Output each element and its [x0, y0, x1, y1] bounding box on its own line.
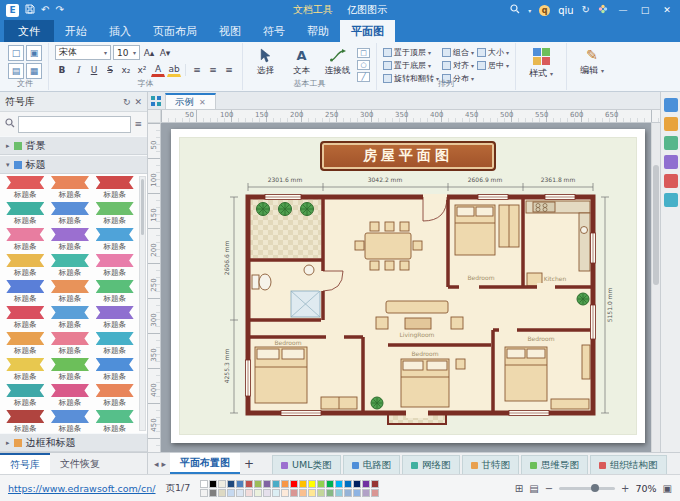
color-swatch[interactable] — [254, 489, 262, 497]
symbol-item[interactable]: 标题条 — [4, 176, 47, 202]
user-name-label[interactable]: qiu — [558, 5, 573, 16]
align-center-icon[interactable]: ≡ — [206, 62, 220, 77]
symbol-item[interactable]: 标题条 — [93, 384, 136, 410]
symbol-item[interactable]: 标题条 — [4, 358, 47, 384]
color-swatch[interactable] — [326, 480, 334, 488]
color-swatch[interactable] — [200, 489, 208, 497]
color-swatch[interactable] — [326, 489, 334, 497]
zoom-in-button[interactable]: + — [621, 483, 629, 494]
color-swatch[interactable] — [344, 489, 352, 497]
undo-icon[interactable]: ↶ — [41, 5, 49, 15]
prev-page-icon[interactable]: ◂ — [154, 459, 159, 469]
page-view-icon[interactable]: ▤ — [529, 483, 538, 494]
symbol-scrollbar[interactable] — [139, 176, 146, 431]
tab-network[interactable]: 网络图 — [402, 455, 460, 474]
floorplan-title-banner[interactable]: 房屋平面图 — [320, 141, 496, 171]
close-button[interactable]: ✕ — [660, 5, 674, 15]
symbol-item[interactable]: 标题条 — [49, 254, 92, 280]
color-swatch[interactable] — [290, 489, 298, 497]
symbol-item[interactable]: 标题条 — [4, 306, 47, 332]
save-document-icon[interactable]: ▤ — [8, 63, 24, 79]
color-swatch[interactable] — [299, 489, 307, 497]
user-avatar[interactable]: q — [539, 5, 550, 16]
symbols-panel-icon[interactable] — [664, 98, 678, 112]
color-swatch[interactable] — [281, 489, 289, 497]
color-swatch[interactable] — [218, 480, 226, 488]
center-button[interactable]: 居中▾ — [477, 59, 509, 71]
clipart-panel-icon[interactable] — [664, 136, 678, 150]
save-icon[interactable] — [25, 4, 35, 16]
color-swatch[interactable] — [263, 480, 271, 488]
file-menu-button[interactable]: 文件 — [4, 20, 54, 42]
drawing-page[interactable]: 房屋平面图 — [171, 129, 645, 443]
select-tool-button[interactable]: 选择 — [249, 45, 282, 77]
highlight-color-button[interactable]: ab — [167, 62, 181, 77]
panel-close-icon[interactable]: ✕ — [134, 97, 142, 107]
zoom-slider[interactable] — [559, 487, 615, 490]
rectangle-tool-icon[interactable]: □ — [357, 48, 370, 58]
color-panel-icon[interactable] — [664, 193, 678, 207]
add-page-button[interactable]: + — [240, 453, 258, 474]
symbol-item[interactable]: 标题条 — [4, 384, 47, 410]
tab-symbols[interactable]: 符号 — [252, 20, 296, 42]
tab-help[interactable]: 帮助 — [296, 20, 340, 42]
zoom-level[interactable]: 70% — [635, 483, 656, 494]
symbol-item[interactable]: 标题条 — [4, 202, 47, 228]
color-swatch[interactable] — [272, 489, 280, 497]
panel-tab-symbols[interactable]: 符号库 — [0, 453, 50, 474]
color-swatch[interactable] — [308, 480, 316, 488]
scrollbar-thumb[interactable] — [141, 179, 144, 235]
tab-orgchart[interactable]: 组织结构图 — [590, 455, 667, 474]
grid-view-icon[interactable]: ⊞ — [515, 483, 523, 494]
tab-uml[interactable]: UML类图 — [272, 455, 340, 474]
symbol-item[interactable]: 标题条 — [4, 332, 47, 358]
color-swatch[interactable] — [218, 489, 226, 497]
color-swatch[interactable] — [209, 480, 217, 488]
align-right-icon[interactable]: ≡ — [222, 62, 236, 77]
superscript-button[interactable]: x² — [135, 62, 149, 77]
drawing-canvas[interactable]: 房屋平面图 — [161, 123, 660, 452]
task-panel-icon[interactable] — [664, 174, 678, 188]
grow-font-button[interactable]: A▴ — [142, 45, 156, 60]
strikethrough-button[interactable]: S — [103, 62, 117, 77]
tab-home[interactable]: 开始 — [54, 20, 98, 42]
italic-button[interactable]: I — [71, 62, 85, 77]
color-swatch[interactable] — [335, 489, 343, 497]
color-swatch[interactable] — [227, 480, 235, 488]
symbol-item[interactable]: 标题条 — [4, 410, 47, 433]
filter-icon[interactable]: ≡ — [134, 119, 142, 129]
shrink-font-button[interactable]: A▾ — [158, 45, 172, 60]
symbol-item[interactable]: 标题条 — [93, 254, 136, 280]
symbol-item[interactable]: 标题条 — [93, 332, 136, 358]
symbol-item[interactable]: 标题条 — [49, 332, 92, 358]
close-tab-icon[interactable]: ✕ — [199, 98, 206, 107]
color-swatch[interactable] — [317, 480, 325, 488]
color-swatch[interactable] — [317, 489, 325, 497]
bold-button[interactable]: B — [55, 62, 69, 77]
symbol-item[interactable]: 标题条 — [49, 202, 92, 228]
color-swatch[interactable] — [362, 480, 370, 488]
color-swatch[interactable] — [272, 480, 280, 488]
color-swatch[interactable] — [236, 489, 244, 497]
panel-tab-recovery[interactable]: 文件恢复 — [50, 453, 110, 474]
color-swatch[interactable] — [335, 480, 343, 488]
font-color-button[interactable]: A — [151, 62, 165, 77]
section-title[interactable]: ▾ 标题 — [0, 155, 147, 174]
symbol-item[interactable]: 标题条 — [93, 202, 136, 228]
symbol-item[interactable]: 标题条 — [93, 176, 136, 202]
connector-tool-button[interactable]: 连接线 — [321, 45, 354, 77]
maximize-button[interactable]: □ — [638, 5, 652, 15]
document-tab[interactable]: 示例 ✕ — [165, 93, 216, 109]
font-size-select[interactable]: 10▾ — [113, 45, 140, 60]
refresh-icon[interactable]: ↻ — [123, 97, 131, 107]
symbol-item[interactable]: 标题条 — [93, 306, 136, 332]
color-swatch[interactable] — [344, 480, 352, 488]
symbol-item[interactable]: 标题条 — [49, 306, 92, 332]
tab-page-layout[interactable]: 页面布局 — [142, 20, 208, 42]
page-tab-active[interactable]: 平面布置图 — [170, 453, 240, 474]
symbol-item[interactable]: 标题条 — [49, 358, 92, 384]
color-swatch[interactable] — [254, 480, 262, 488]
text-tool-button[interactable]: A 文本 — [285, 45, 318, 77]
floorplan-drawing[interactable]: 2301.6 mm 3042.2 mm 2606.9 mm 2361.8 mm … — [193, 175, 623, 425]
print-icon[interactable]: ▦ — [26, 63, 42, 79]
